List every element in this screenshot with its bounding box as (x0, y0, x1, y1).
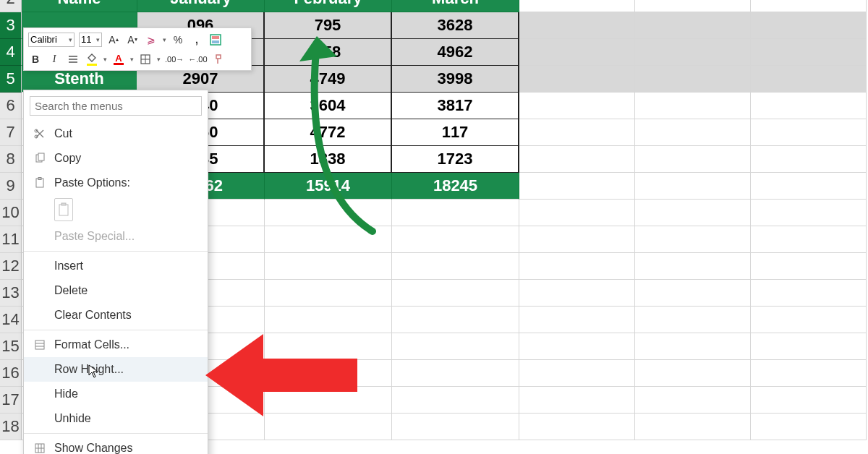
cell-empty[interactable] (751, 280, 867, 307)
row-header-4[interactable]: 4 (0, 39, 22, 66)
row-header-13[interactable]: 13 (0, 280, 22, 307)
menu-copy[interactable]: Copy (24, 146, 208, 171)
font-size-dropdown[interactable]: 11 ▾ (79, 33, 102, 47)
cell-empty[interactable] (635, 360, 751, 387)
cell-empty[interactable] (519, 39, 635, 66)
cell-empty[interactable] (635, 307, 751, 333)
format-painter-icon[interactable] (212, 52, 226, 67)
column-header-march[interactable]: March (392, 0, 519, 12)
fill-color-button[interactable] (85, 52, 99, 67)
row-header-6[interactable]: 6 (0, 93, 22, 119)
cell-empty[interactable] (519, 200, 635, 226)
cell-empty[interactable] (751, 93, 867, 119)
cell-mar-6[interactable]: 3817 (392, 93, 519, 119)
row-header-18[interactable]: 18 (0, 414, 22, 440)
cell-empty[interactable] (751, 333, 867, 360)
cell-empty[interactable] (751, 387, 867, 414)
cell-empty[interactable] (519, 146, 635, 173)
menu-delete[interactable]: Delete (24, 278, 208, 303)
cell-mar-5[interactable]: 3998 (392, 66, 519, 93)
font-color-button[interactable]: A (111, 52, 126, 67)
cell-empty[interactable] (519, 307, 635, 333)
cell-empty[interactable] (392, 307, 519, 333)
cell-empty[interactable] (635, 226, 751, 253)
cell-total-mar[interactable]: 18245 (392, 173, 519, 200)
menu-row-height[interactable]: Row Height... (24, 357, 208, 382)
cell-empty[interactable] (519, 119, 635, 146)
increase-font-icon[interactable]: A▴ (106, 33, 121, 47)
cell-empty[interactable] (519, 253, 635, 280)
cell-empty[interactable] (519, 414, 635, 440)
cell-empty[interactable] (635, 253, 751, 280)
borders-button[interactable] (138, 52, 153, 67)
row-header-9[interactable]: 9 (0, 173, 22, 200)
cell-empty[interactable] (519, 93, 635, 119)
cell-empty[interactable] (751, 307, 867, 333)
row-header-3[interactable]: 3 (0, 12, 22, 39)
cell-empty[interactable] (265, 253, 392, 280)
row-header-17[interactable]: 17 (0, 387, 22, 414)
cell-empty[interactable] (519, 66, 635, 93)
cell-empty[interactable] (519, 387, 635, 414)
comma-icon[interactable]: , (190, 33, 204, 47)
cell-empty[interactable] (519, 173, 635, 200)
cell-empty[interactable] (519, 226, 635, 253)
cell-empty[interactable] (751, 226, 867, 253)
row-header-12[interactable]: 12 (0, 253, 22, 280)
row-header-15[interactable]: 15 (0, 333, 22, 360)
menu-cut[interactable]: Cut (24, 121, 208, 146)
cell-empty[interactable] (519, 333, 635, 360)
cell-empty[interactable] (392, 387, 519, 414)
cell-empty[interactable] (392, 280, 519, 307)
cell-empty[interactable] (392, 414, 519, 440)
row-header-14[interactable]: 14 (0, 307, 22, 333)
cell-empty[interactable] (519, 0, 635, 12)
decrease-decimal-icon[interactable]: ←.00 (188, 52, 207, 67)
cell-empty[interactable] (635, 146, 751, 173)
cell-empty[interactable] (635, 200, 751, 226)
cell-empty[interactable] (635, 173, 751, 200)
cell-empty[interactable] (751, 253, 867, 280)
cell-empty[interactable] (635, 119, 751, 146)
cell-empty[interactable] (635, 12, 751, 39)
row-header-11[interactable]: 11 (0, 226, 22, 253)
accounting-format-icon[interactable]: ⩾ (144, 33, 158, 47)
row-header-16[interactable]: 16 (0, 360, 22, 387)
row-header-5[interactable]: 5 (0, 66, 22, 93)
align-icon[interactable] (66, 52, 80, 67)
italic-button[interactable]: I (47, 52, 61, 67)
percent-icon[interactable]: % (171, 33, 185, 47)
cell-empty[interactable] (635, 280, 751, 307)
cell-empty[interactable] (392, 253, 519, 280)
cell-empty[interactable] (751, 12, 867, 39)
cell-empty[interactable] (751, 200, 867, 226)
cell-empty[interactable] (635, 93, 751, 119)
cell-empty[interactable] (751, 414, 867, 440)
cell-empty[interactable] (635, 333, 751, 360)
cell-empty[interactable] (751, 119, 867, 146)
column-header-february[interactable]: February (265, 0, 392, 12)
cell-mar-8[interactable]: 1723 (392, 146, 519, 173)
cell-mar-7[interactable]: 117 (392, 119, 519, 146)
cell-empty[interactable] (635, 39, 751, 66)
conditional-format-icon[interactable] (208, 33, 223, 47)
menu-unhide[interactable]: Unhide (24, 406, 208, 431)
cell-mar-3[interactable]: 3628 (392, 12, 519, 39)
cell-mar-4[interactable]: 4962 (392, 39, 519, 66)
row-header-8[interactable]: 8 (0, 146, 22, 173)
cell-empty[interactable] (751, 146, 867, 173)
menu-search-input[interactable] (30, 96, 202, 116)
menu-hide[interactable]: Hide (24, 382, 208, 406)
cell-empty[interactable] (751, 360, 867, 387)
paste-option-button[interactable] (24, 195, 208, 224)
cell-empty[interactable] (392, 333, 519, 360)
cell-empty[interactable] (519, 280, 635, 307)
row-header-10[interactable]: 10 (0, 200, 22, 226)
cell-empty[interactable] (635, 0, 751, 12)
cell-empty[interactable] (392, 360, 519, 387)
menu-clear-contents[interactable]: Clear Contents (24, 303, 208, 327)
cell-empty[interactable] (392, 226, 519, 253)
decrease-font-icon[interactable]: A▾ (125, 33, 140, 47)
menu-show-changes[interactable]: Show Changes (24, 436, 208, 454)
cell-empty[interactable] (751, 173, 867, 200)
